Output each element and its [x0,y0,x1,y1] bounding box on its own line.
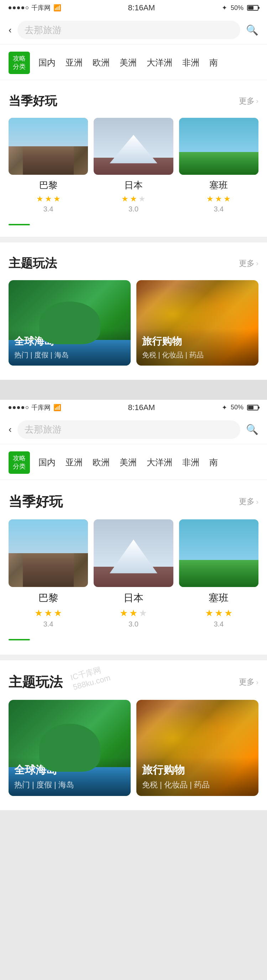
category-tag-line2: 分类 [13,63,25,71]
section-divider1 [0,237,267,242]
back-button[interactable]: ‹ [8,25,12,36]
shopping-title: 旅行购物 [142,335,253,348]
dot3 [17,6,20,9]
islands-title: 全球海岛 [14,335,125,348]
category-tag-line1: 攻略 [13,54,25,63]
theme-card-islands-2[interactable]: 全球海岛 热门 | 度假 | 海岛 [8,700,131,796]
status-right-2: ✦ 50% [222,404,259,412]
category-tag-line1-2: 攻略 [13,454,25,462]
theme-card-islands[interactable]: 全球海岛 热门 | 度假 | 海岛 [8,280,131,366]
paris-image-inner-2 [8,519,88,587]
battery-percent: 50% [231,4,243,12]
travel-card-japan-2[interactable]: 日本 ★ ★ ★ 3.0 [94,519,173,628]
travel-card-seban-2[interactable]: 塞班 ★ ★ ★ 3.4 [179,519,259,628]
islands-tags-2: 热门 | 度假 | 海岛 [14,780,125,790]
category-africa-2[interactable]: 非洲 [182,457,199,468]
category-africa[interactable]: 非洲 [182,57,199,68]
japan-image-2 [94,519,173,587]
category-asia-2[interactable]: 亚洲 [65,457,83,468]
battery-fill-2 [248,406,253,409]
star3: ★ [138,194,146,204]
star2s2: ★ [215,608,223,619]
dot5b [25,406,29,409]
dot4 [21,6,24,9]
theme-cards-row: 全球海岛 热门 | 度假 | 海岛 旅行购物 免税 | 化妆品 | 药品 [0,280,267,380]
theme-card-shopping-2[interactable]: 旅行购物 免税 | 化妆品 | 药品 [136,700,259,796]
dot4b [21,406,24,409]
category-asia[interactable]: 亚洲 [65,57,83,68]
category-domestic-2[interactable]: 国内 [38,457,56,468]
islands-overlay: 全球海岛 热门 | 度假 | 海岛 [8,329,131,366]
theme-more[interactable]: 更多 › [239,258,259,269]
category-oceania-2[interactable]: 大洋洲 [147,457,172,468]
category-europe-2[interactable]: 欧洲 [92,457,110,468]
paris-stars-2: ★ ★ ★ [8,608,88,619]
more-arrow-icon-2: › [256,498,259,506]
carrier-name-2: 千库网 [31,403,51,412]
paris-rating: 3.4 [8,205,88,213]
current-season-title: 当季好玩 [8,93,57,109]
current-season-more[interactable]: 更多 › [239,96,259,107]
islands-tags: 热门 | 度假 | 海岛 [14,350,125,360]
category-south-2[interactable]: 南 [209,457,218,468]
theme-card-shopping[interactable]: 旅行购物 免税 | 化妆品 | 药品 [136,280,259,366]
status-time: 8:16AM [128,3,155,13]
star1: ★ [121,194,129,204]
search-input-wrap[interactable]: 去那旅游 [17,21,240,39]
shopping-image-2: 旅行购物 免税 | 化妆品 | 药品 [136,700,259,796]
category-tag[interactable]: 攻略 分类 [8,52,30,74]
signal-dots [8,6,29,9]
islands-image-2: 全球海岛 热门 | 度假 | 海岛 [8,700,131,796]
category-oceania[interactable]: 大洋洲 [147,57,172,68]
status-bar-2: 千库网 📶 8:16AM ✦ 50% [0,400,267,415]
paris-image-2 [8,519,88,587]
star2: ★ [130,194,137,204]
travel-card-seban[interactable]: 塞班 ★ ★ ★ 3.4 [179,118,259,213]
category-domestic[interactable]: 国内 [38,57,56,68]
shopping-tags: 免税 | 化妆品 | 药品 [142,350,253,360]
theme-title-2: 主题玩法 [8,673,63,691]
search-icon-2[interactable]: 🔍 [246,423,259,435]
japan-rating-2: 3.0 [94,620,173,628]
section-divider2 [0,655,267,660]
travel-card-japan[interactable]: 日本 ★ ★ ★ 3.0 [94,118,173,213]
shopping-overlay-2: 旅行购物 免税 | 化妆品 | 药品 [136,757,259,796]
category-europe[interactable]: 欧洲 [92,57,110,68]
category-tag-2[interactable]: 攻略 分类 [8,451,30,474]
star1: ★ [36,194,43,204]
search-icon[interactable]: 🔍 [246,24,259,36]
dot5 [25,6,29,9]
category-america[interactable]: 美洲 [119,57,137,68]
back-button-2[interactable]: ‹ [8,424,12,435]
current-season-header: 当季好玩 更多 › [0,80,267,118]
carrier-name: 千库网 [31,3,51,12]
spacer2 [0,640,267,655]
travel-card-paris[interactable]: 巴黎 ★ ★ ★ 3.4 [8,118,88,213]
search-bar-2: ‹ 去那旅游 🔍 [0,415,267,444]
status-right: ✦ 50% [222,4,259,12]
category-south[interactable]: 南 [209,57,218,68]
dot2 [13,6,16,9]
seban-stars-2: ★ ★ ★ [179,608,259,619]
star1j2: ★ [119,608,128,619]
category-bar-2: 攻略 分类 国内 亚洲 欧洲 美洲 大洋洲 非洲 南 [0,444,267,480]
seban-image-inner-2 [179,519,259,587]
theme-more-2[interactable]: 更多 › [239,677,259,687]
star1: ★ [207,194,214,204]
search-input-wrap-2[interactable]: 去那旅游 [17,420,240,439]
bluetooth-icon-2: ✦ [222,404,227,412]
spacer1 [0,225,267,237]
current-season-more-2[interactable]: 更多 › [239,496,259,507]
shopping-image: 旅行购物 免税 | 化妆品 | 药品 [136,280,259,366]
seban-image-inner [179,118,259,175]
islands-image: 全球海岛 热门 | 度假 | 海岛 [8,280,131,366]
category-america-2[interactable]: 美洲 [119,457,137,468]
shopping-tags-2: 免税 | 化妆品 | 药品 [142,780,253,790]
theme-section: 主题玩法 更多 › 全球海岛 热门 | 度假 | 海岛 [0,242,267,380]
theme-header: 主题玩法 更多 › [0,242,267,280]
theme-section-2: IC千库网588ku.com 主题玩法 更多 › 全球海岛 热门 | 度假 | … [0,660,267,810]
travel-card-paris-2[interactable]: 巴黎 ★ ★ ★ 3.4 [8,519,88,628]
battery-icon-2 [247,405,259,410]
dot2b [13,406,16,409]
japan-stars: ★ ★ ★ [94,194,173,204]
